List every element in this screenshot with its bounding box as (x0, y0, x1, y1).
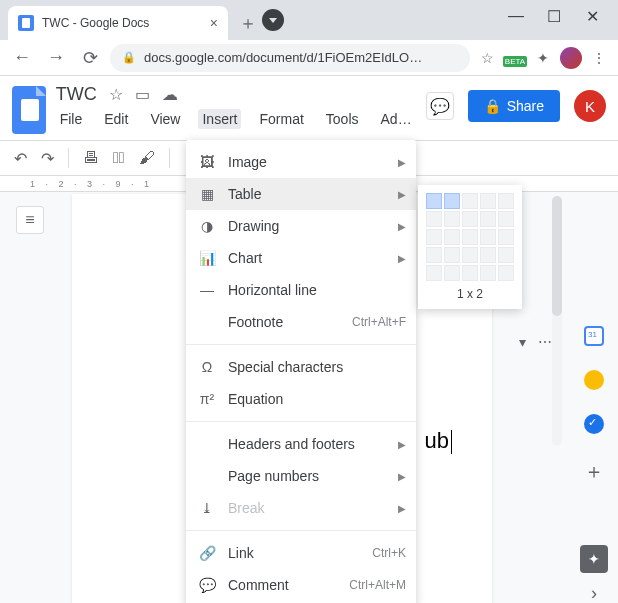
paint-format-button[interactable]: 🖌 (139, 149, 155, 167)
vertical-scrollbar[interactable] (552, 196, 562, 446)
reload-button[interactable]: ⟳ (76, 44, 104, 72)
insert-menu-item-footnote[interactable]: FootnoteCtrl+Alt+F (186, 306, 416, 338)
back-button[interactable]: ← (8, 44, 36, 72)
insert-menu-item-break: ⤓Break▶ (186, 492, 416, 524)
chrome-profile-indicator[interactable] (262, 9, 284, 31)
docs-favicon (18, 15, 34, 31)
move-icon[interactable]: ▭ (135, 85, 150, 104)
table-picker-cell[interactable] (480, 193, 496, 209)
menu-format[interactable]: Format (255, 109, 307, 129)
close-window-button[interactable]: ✕ (580, 7, 604, 26)
menu-edit[interactable]: Edit (100, 109, 132, 129)
insert-menu-item-table[interactable]: ▦Table▶ (186, 178, 416, 210)
table-picker-cell[interactable] (426, 229, 442, 245)
table-picker-cell[interactable] (426, 211, 442, 227)
table-picker-cell[interactable] (444, 211, 460, 227)
maximize-button[interactable]: ☐ (542, 7, 566, 26)
menu-insert[interactable]: Insert (198, 109, 241, 129)
new-tab-button[interactable]: ＋ (234, 9, 262, 37)
account-avatar[interactable]: K (574, 90, 606, 122)
share-button[interactable]: 🔒 Share (468, 90, 560, 122)
insert-menu-item-chart[interactable]: 📊Chart▶ (186, 242, 416, 274)
spellcheck-button[interactable]: Ａ̲ (113, 149, 125, 167)
keep-addon-icon[interactable] (584, 370, 604, 390)
chrome-avatar[interactable] (560, 47, 582, 69)
table-picker-cell[interactable] (426, 193, 442, 209)
menu-item-label: Break (228, 500, 265, 516)
star-icon[interactable]: ☆ (109, 85, 123, 104)
show-side-panel-button[interactable]: › (591, 583, 597, 603)
chrome-menu-icon[interactable]: ⋮ (588, 47, 610, 69)
table-picker-cell[interactable] (498, 193, 514, 209)
undo-button[interactable]: ↶ (14, 149, 27, 168)
table-picker-cell[interactable] (462, 229, 478, 245)
menu-file[interactable]: File (56, 109, 87, 129)
explore-button[interactable]: ✦ (580, 545, 608, 573)
table-picker-cell[interactable] (462, 247, 478, 263)
table-picker-cell[interactable] (444, 193, 460, 209)
address-bar[interactable]: 🔒 docs.google.com/document/d/1FiOEm2EIdL… (110, 44, 470, 72)
table-picker-cell[interactable] (444, 265, 460, 281)
table-picker-cell[interactable] (480, 247, 496, 263)
calendar-addon-icon[interactable] (584, 326, 604, 346)
insert-menu-item-drawing[interactable]: ◑Drawing▶ (186, 210, 416, 242)
redo-button[interactable]: ↷ (41, 149, 54, 168)
table-picker-cell[interactable] (498, 247, 514, 263)
table-picker-cell[interactable] (444, 247, 460, 263)
forward-button[interactable]: → (42, 44, 70, 72)
drawing-icon: ◑ (198, 218, 216, 234)
insert-menu-item-link[interactable]: 🔗LinkCtrl+K (186, 537, 416, 569)
table-picker-cell[interactable] (498, 229, 514, 245)
insert-menu-item-image[interactable]: 🖼Image▶ (186, 146, 416, 178)
docs-header: TWC ☆ ▭ ☁ FileEditViewInsertFormatToolsA… (0, 76, 618, 134)
table-picker-cell[interactable] (480, 229, 496, 245)
beta-extension-icon[interactable]: BETA (504, 47, 526, 69)
image-icon: 🖼 (198, 154, 216, 170)
document-text[interactable]: ub (425, 428, 452, 454)
tasks-addon-icon[interactable] (584, 414, 604, 434)
menu-separator (186, 344, 416, 345)
star-bookmark-icon[interactable]: ☆ (476, 47, 498, 69)
table-picker-cell[interactable] (498, 211, 514, 227)
print-button[interactable]: 🖶 (83, 149, 99, 167)
insert-menu-item-headers-and-footers[interactable]: Headers and footers▶ (186, 428, 416, 460)
menu-ad[interactable]: Ad… (377, 109, 416, 129)
menu-tools[interactable]: Tools (322, 109, 363, 129)
insert-menu-item-equation[interactable]: π²Equation (186, 383, 416, 415)
browser-tab[interactable]: TWC - Google Docs × (8, 6, 228, 40)
cloud-status-icon[interactable]: ☁ (162, 85, 178, 104)
menu-item-label: Link (228, 545, 254, 561)
docs-logo[interactable] (12, 86, 46, 134)
extensions-icon[interactable]: ✦ (532, 47, 554, 69)
get-addons-button[interactable]: ＋ (584, 458, 604, 485)
outline-toggle-button[interactable]: ≡ (16, 206, 44, 234)
more-tools-icon[interactable]: ⋯ (538, 334, 552, 350)
table-picker-cell[interactable] (480, 265, 496, 281)
insert-menu-item-comment[interactable]: 💬CommentCtrl+Alt+M (186, 569, 416, 601)
tab-title: TWC - Google Docs (42, 16, 149, 30)
table-picker-cell[interactable] (444, 229, 460, 245)
insert-menu-item-page-numbers[interactable]: Page numbers▶ (186, 460, 416, 492)
insert-menu-item-horizontal-line[interactable]: —Horizontal line (186, 274, 416, 306)
menu-item-label: Table (228, 186, 261, 202)
document-title[interactable]: TWC (56, 84, 97, 105)
table-picker-cell[interactable] (426, 247, 442, 263)
close-tab-icon[interactable]: × (210, 15, 218, 31)
menu-item-label: Footnote (228, 314, 283, 330)
editing-mode-dropdown[interactable]: ▾ (519, 334, 526, 350)
table-picker-cell[interactable] (462, 193, 478, 209)
insert-menu-item-special-characters[interactable]: ΩSpecial characters (186, 351, 416, 383)
table-picker-cell[interactable] (480, 211, 496, 227)
submenu-arrow-icon: ▶ (398, 471, 406, 482)
menu-item-label: Chart (228, 250, 262, 266)
comment-icon: 💬 (198, 577, 216, 593)
minimize-button[interactable]: — (504, 7, 528, 26)
comments-history-button[interactable]: 💬 (426, 92, 454, 120)
link-icon: 🔗 (198, 545, 216, 561)
table-picker-cell[interactable] (426, 265, 442, 281)
table-picker-cell[interactable] (498, 265, 514, 281)
table-picker-cell[interactable] (462, 211, 478, 227)
menu-item-label: Special characters (228, 359, 343, 375)
menu-view[interactable]: View (146, 109, 184, 129)
table-picker-cell[interactable] (462, 265, 478, 281)
